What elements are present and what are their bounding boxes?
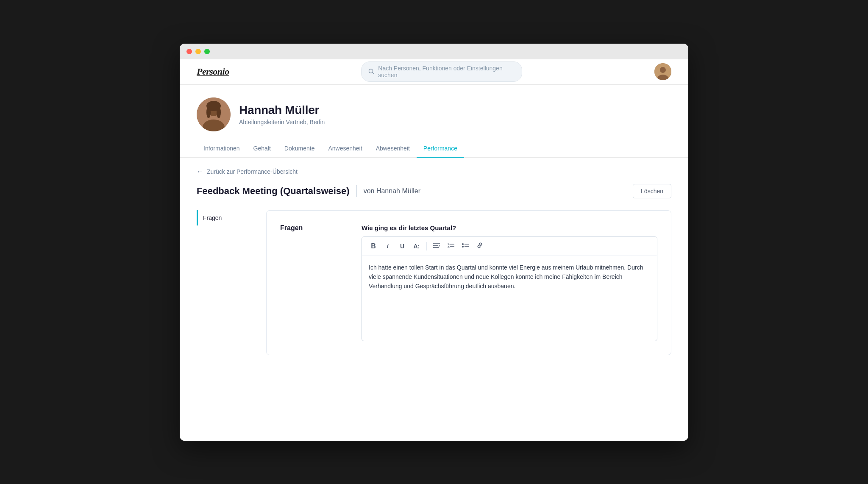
- rich-text-editor[interactable]: B i U A:: [362, 236, 657, 341]
- svg-point-21: [462, 246, 464, 248]
- sidebar-item-fragen[interactable]: Fragen: [197, 210, 256, 225]
- profile-info: Hannah Müller Abteilungsleiterin Vertrie…: [239, 103, 325, 125]
- form-label-col: Fragen: [280, 224, 348, 341]
- traffic-light-yellow[interactable]: [195, 49, 201, 54]
- meeting-by: von Hannah Müller: [364, 187, 420, 195]
- profile-title: Abteilungsleiterin Vertrieb, Berlin: [239, 119, 325, 125]
- meeting-title-divider: [356, 185, 357, 197]
- meeting-title-group: Feedback Meeting (Quartalsweise) von Han…: [197, 185, 420, 197]
- content-layout: Fragen Fragen Wie ging es dir letztes Qu…: [197, 210, 671, 355]
- app-logo: Personio: [197, 66, 229, 77]
- traffic-light-red[interactable]: [186, 49, 192, 54]
- svg-point-3: [660, 67, 666, 73]
- toolbar-align-button[interactable]: [430, 240, 443, 252]
- back-link[interactable]: ← Zurück zur Performance-Übersicht: [197, 168, 671, 175]
- svg-marker-14: [439, 245, 440, 247]
- editor-body[interactable]: Ich hatte einen tollen Start in das Quar…: [362, 256, 657, 341]
- profile-name: Hannah Müller: [239, 103, 325, 117]
- profile-avatar-image: [197, 97, 231, 131]
- top-nav: Personio Nach Personen, Funktionen oder …: [180, 59, 688, 85]
- fontsize-icon: A:: [414, 243, 420, 250]
- svg-point-10: [217, 106, 221, 118]
- toolbar-italic-button[interactable]: i: [381, 240, 394, 252]
- toolbar-unordered-list-button[interactable]: [459, 240, 472, 252]
- bold-icon: B: [371, 242, 376, 250]
- underline-icon: U: [400, 243, 404, 250]
- form-panel: Fragen Wie ging es dir letztes Quartal? …: [266, 210, 671, 355]
- toolbar-bold-button[interactable]: B: [367, 240, 380, 252]
- svg-text:2.: 2.: [448, 245, 450, 248]
- back-arrow-icon: ←: [197, 168, 203, 175]
- app-container: Personio Nach Personen, Funktionen oder …: [180, 59, 688, 441]
- tab-gehalt[interactable]: Gehalt: [247, 140, 278, 158]
- meeting-title: Feedback Meeting (Quartalsweise): [197, 186, 350, 197]
- sidebar-item-fragen-label: Fragen: [203, 214, 222, 221]
- editor-content: Ich hatte einen tollen Start in das Quar…: [369, 264, 643, 290]
- tab-nav: Informationen Gehalt Dokumente Anwesenhe…: [180, 140, 688, 158]
- delete-button[interactable]: Löschen: [633, 184, 671, 198]
- form-section-label: Fragen: [280, 224, 303, 231]
- svg-point-9: [206, 106, 211, 118]
- svg-line-1: [373, 72, 374, 74]
- toolbar-link-button[interactable]: [473, 240, 486, 252]
- form-row: Fragen Wie ging es dir letztes Quartal? …: [280, 224, 657, 341]
- back-link-label: Zurück zur Performance-Übersicht: [207, 168, 298, 175]
- browser-chrome: [180, 44, 688, 59]
- toolbar-ordered-list-button[interactable]: 1. 2.: [445, 240, 457, 252]
- question-label: Wie ging es dir letztes Quartal?: [362, 224, 657, 231]
- tab-dokumente[interactable]: Dokumente: [278, 140, 322, 158]
- main-content: ← Zurück zur Performance-Übersicht Feedb…: [180, 158, 688, 365]
- user-avatar[interactable]: [654, 63, 671, 80]
- meeting-header: Feedback Meeting (Quartalsweise) von Han…: [197, 184, 671, 198]
- toolbar-divider-1: [426, 242, 427, 250]
- profile-section: Hannah Müller Abteilungsleiterin Vertrie…: [180, 85, 688, 131]
- search-bar[interactable]: Nach Personen, Funktionen oder Einstellu…: [361, 61, 522, 82]
- toolbar-fontsize-button[interactable]: A:: [410, 240, 423, 252]
- traffic-light-green[interactable]: [204, 49, 210, 54]
- search-placeholder: Nach Personen, Funktionen oder Einstellu…: [378, 65, 515, 78]
- tab-abwesenheit[interactable]: Abwesenheit: [369, 140, 417, 158]
- tab-informationen[interactable]: Informationen: [197, 140, 247, 158]
- unordered-list-icon: [462, 242, 469, 250]
- profile-avatar: [197, 97, 231, 131]
- form-field-col: Wie ging es dir letztes Quartal? B i: [362, 224, 657, 341]
- ordered-list-icon: 1. 2.: [448, 242, 454, 250]
- toolbar-underline-button[interactable]: U: [396, 240, 409, 252]
- tab-anwesenheit[interactable]: Anwesenheit: [321, 140, 369, 158]
- avatar-image: [654, 63, 671, 80]
- link-icon: [476, 242, 483, 250]
- italic-icon: i: [387, 243, 389, 250]
- tab-performance[interactable]: Performance: [417, 140, 464, 158]
- align-icon: [433, 242, 440, 250]
- svg-point-19: [462, 243, 464, 245]
- editor-toolbar: B i U A:: [362, 237, 657, 256]
- search-icon: [368, 68, 375, 75]
- sidebar-nav: Fragen: [197, 210, 256, 355]
